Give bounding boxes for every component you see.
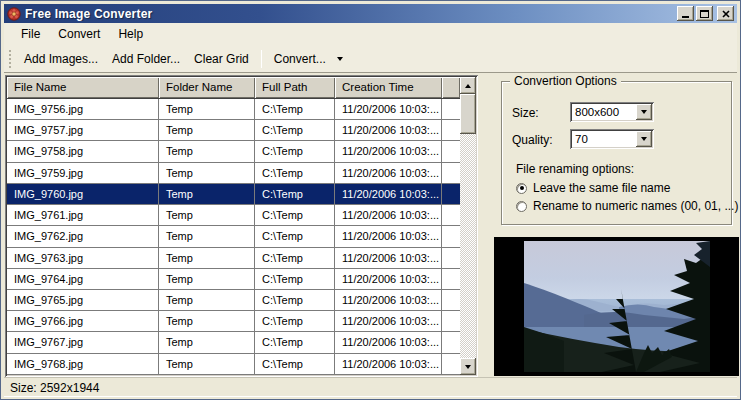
table-cell: Temp <box>159 290 255 311</box>
quality-dropdown-button[interactable] <box>636 131 652 147</box>
table-cell: IMG_9760.jpg <box>7 184 159 205</box>
table-cell: 11/20/2006 10:03:... <box>335 332 442 353</box>
table-cell: C:\Temp <box>255 354 335 375</box>
table-cell: Temp <box>159 141 255 162</box>
radio-rename-numeric[interactable]: Rename to numeric names (00, 01, ...) <box>516 199 738 213</box>
table-cell <box>442 332 460 353</box>
column-header-blank <box>442 77 460 99</box>
table-cell: C:\Temp <box>255 205 335 226</box>
size-label: Size: <box>512 106 539 120</box>
arrow-up-icon <box>465 84 471 88</box>
toolbar-separator <box>261 50 262 68</box>
table-cell: 11/20/2006 10:03:... <box>335 354 442 375</box>
table-cell: IMG_9767.jpg <box>7 332 159 353</box>
table-cell: IMG_9765.jpg <box>7 290 159 311</box>
table-cell: C:\Temp <box>255 332 335 353</box>
size-dropdown-button[interactable] <box>636 104 652 120</box>
table-cell <box>442 248 460 269</box>
table-row[interactable]: IMG_9765.jpgTempC:\Temp11/20/2006 10:03:… <box>7 290 460 311</box>
maximize-icon <box>700 10 709 18</box>
file-grid: File Name Folder Name Full Path Creation… <box>5 75 478 377</box>
table-cell: Temp <box>159 354 255 375</box>
table-row[interactable]: IMG_9759.jpgTempC:\Temp11/20/2006 10:03:… <box>7 163 460 184</box>
table-row[interactable]: IMG_9763.jpgTempC:\Temp11/20/2006 10:03:… <box>7 248 460 269</box>
chevron-down-icon <box>641 137 647 141</box>
table-cell: C:\Temp <box>255 290 335 311</box>
table-cell: Temp <box>159 99 255 120</box>
clear-grid-button[interactable]: Clear Grid <box>187 48 256 70</box>
quality-label: Quality: <box>512 133 553 147</box>
table-cell <box>442 311 460 332</box>
radio-button-icon <box>516 183 527 194</box>
table-cell: IMG_9764.jpg <box>7 269 159 290</box>
table-row[interactable]: IMG_9758.jpgTempC:\Temp11/20/2006 10:03:… <box>7 141 460 162</box>
column-header-full-path[interactable]: Full Path <box>255 77 335 99</box>
table-cell <box>442 205 460 226</box>
convert-button[interactable]: Convert... <box>267 48 333 70</box>
scroll-down-button[interactable] <box>460 358 476 375</box>
close-button[interactable] <box>717 6 734 21</box>
image-preview-panel <box>494 237 739 376</box>
table-cell: C:\Temp <box>255 269 335 290</box>
menu-convert[interactable]: Convert <box>49 24 109 44</box>
convert-dropdown-button[interactable] <box>333 49 347 69</box>
close-icon <box>722 10 730 18</box>
table-row[interactable]: IMG_9757.jpgTempC:\Temp11/20/2006 10:03:… <box>7 120 460 141</box>
rename-options-label: File renaming options: <box>516 162 634 176</box>
table-cell: IMG_9759.jpg <box>7 163 159 184</box>
title-bar[interactable]: Free Image Converter <box>4 4 737 23</box>
size-combobox[interactable]: 800x600 <box>570 102 654 122</box>
menu-bar: File Convert Help <box>4 23 737 45</box>
toolbar-grip[interactable] <box>9 50 13 68</box>
table-cell: 11/20/2006 10:03:... <box>335 248 442 269</box>
scroll-up-button[interactable] <box>460 77 476 94</box>
status-bar: Size: 2592x1944 <box>4 377 737 397</box>
table-cell: 11/20/2006 10:03:... <box>335 99 442 120</box>
menu-file[interactable]: File <box>12 24 49 44</box>
table-row[interactable]: IMG_9762.jpgTempC:\Temp11/20/2006 10:03:… <box>7 226 460 247</box>
table-cell: C:\Temp <box>255 141 335 162</box>
scrollbar-track[interactable] <box>460 134 476 358</box>
table-cell: C:\Temp <box>255 226 335 247</box>
table-cell: C:\Temp <box>255 99 335 120</box>
table-cell: Temp <box>159 269 255 290</box>
table-cell: IMG_9768.jpg <box>7 354 159 375</box>
table-row[interactable]: IMG_9761.jpgTempC:\Temp11/20/2006 10:03:… <box>7 205 460 226</box>
table-row[interactable]: IMG_9760.jpgTempC:\Temp11/20/2006 10:03:… <box>7 184 460 205</box>
scrollbar-thumb[interactable] <box>460 94 476 134</box>
table-cell: IMG_9766.jpg <box>7 311 159 332</box>
table-row[interactable]: IMG_9756.jpgTempC:\Temp11/20/2006 10:03:… <box>7 99 460 120</box>
toolbar-divider <box>4 72 737 73</box>
table-row[interactable]: IMG_9767.jpgTempC:\Temp11/20/2006 10:03:… <box>7 332 460 353</box>
table-row[interactable]: IMG_9768.jpgTempC:\Temp11/20/2006 10:03:… <box>7 354 460 375</box>
add-folder-button[interactable]: Add Folder... <box>105 48 187 70</box>
minimize-icon <box>682 16 689 18</box>
window-title: Free Image Converter <box>25 7 675 21</box>
column-header-folder-name[interactable]: Folder Name <box>159 77 255 99</box>
table-cell <box>442 226 460 247</box>
app-window: Free Image Converter File Convert Help A… <box>0 0 741 400</box>
group-title: Convertion Options <box>510 74 621 88</box>
table-row[interactable]: IMG_9766.jpgTempC:\Temp11/20/2006 10:03:… <box>7 311 460 332</box>
radio-leave-same-name[interactable]: Leave the same file name <box>516 181 670 195</box>
table-cell: Temp <box>159 248 255 269</box>
toolbar: Add Images... Add Folder... Clear Grid C… <box>4 45 737 72</box>
table-cell: IMG_9756.jpg <box>7 99 159 120</box>
table-cell: IMG_9757.jpg <box>7 120 159 141</box>
column-header-creation-time[interactable]: Creation Time <box>335 77 442 99</box>
table-cell: 11/20/2006 10:03:... <box>335 226 442 247</box>
column-header-file-name[interactable]: File Name <box>7 77 159 99</box>
table-cell <box>442 99 460 120</box>
minimize-button[interactable] <box>677 6 694 21</box>
table-cell: Temp <box>159 332 255 353</box>
quality-combobox[interactable]: 70 <box>570 129 654 149</box>
table-row[interactable]: IMG_9764.jpgTempC:\Temp11/20/2006 10:03:… <box>7 269 460 290</box>
maximize-button[interactable] <box>696 6 713 21</box>
status-size-text: Size: 2592x1944 <box>10 381 99 395</box>
table-cell: IMG_9763.jpg <box>7 248 159 269</box>
menu-help[interactable]: Help <box>109 24 152 44</box>
size-value: 800x600 <box>570 106 636 118</box>
vertical-scrollbar[interactable] <box>460 77 476 375</box>
add-images-button[interactable]: Add Images... <box>17 48 105 70</box>
quality-value: 70 <box>570 133 636 145</box>
